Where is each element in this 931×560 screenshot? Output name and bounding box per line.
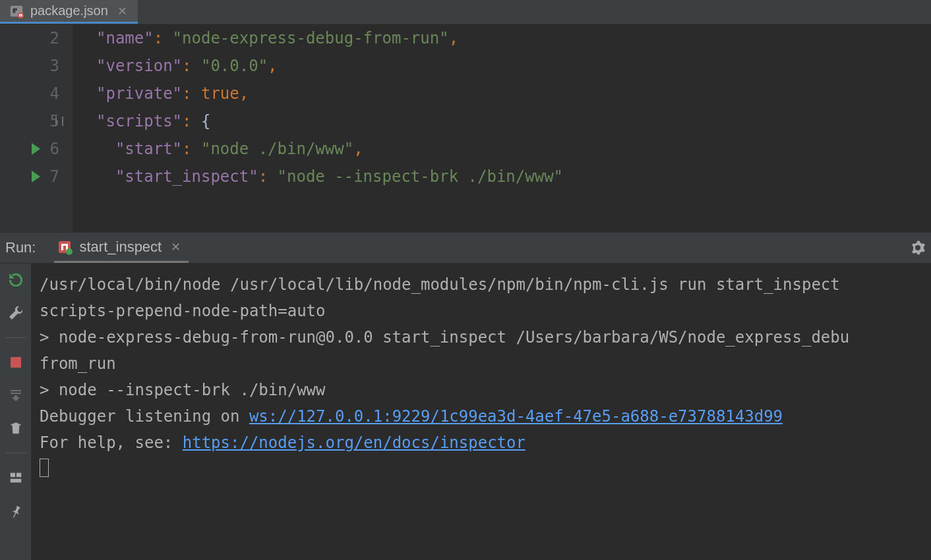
stop-button[interactable] (6, 352, 26, 372)
run-console[interactable]: /usr/local/bin/node /usr/local/lib/node_… (32, 264, 931, 560)
toolbar-separator (5, 337, 26, 338)
gear-icon[interactable] (910, 240, 926, 256)
layout-icon[interactable] (6, 468, 26, 488)
help-url-link[interactable]: https://nodejs.org/en/docs/inspector (183, 434, 526, 452)
gutter-line[interactable]: 7 (0, 163, 59, 190)
gutter-line[interactable]: 6 (0, 135, 59, 163)
console-line: For help, see: https://nodejs.org/en/doc… (40, 430, 931, 456)
run-toolbar (0, 264, 32, 560)
close-icon[interactable]: ✕ (168, 240, 181, 254)
pin-icon[interactable] (6, 501, 26, 520)
code-editor[interactable]: 234567 "name": "node-express-debug-from-… (0, 24, 931, 232)
console-cursor-line (40, 456, 931, 482)
gutter-line[interactable]: 5 (0, 107, 59, 135)
gutter-line[interactable]: 4 (0, 80, 59, 107)
gutter-line[interactable]: 2 (0, 24, 59, 52)
editor-code-area[interactable]: "name": "node-express-debug-from-run","v… (73, 24, 563, 232)
svg-point-1 (18, 12, 24, 18)
svg-rect-4 (11, 357, 21, 368)
run-config-tab-label: start_inspect (79, 238, 162, 256)
svg-rect-6 (16, 473, 20, 477)
run-panel: /usr/local/bin/node /usr/local/lib/node_… (0, 264, 931, 560)
code-line[interactable]: "version": "0.0.0", (96, 52, 563, 80)
gutter-line[interactable]: 3 (0, 52, 59, 80)
run-gutter-icon[interactable] (32, 171, 40, 182)
editor-gutter[interactable]: 234567 (0, 24, 73, 232)
editor-tab-package-json[interactable]: package.json ✕ (0, 0, 138, 24)
editor-tab-label: package.json (30, 3, 108, 18)
svg-rect-7 (10, 479, 21, 483)
scroll-to-end-icon[interactable] (6, 385, 26, 405)
rerun-button[interactable] (6, 270, 26, 290)
code-line[interactable]: "start_inspect": "node --inspect-brk ./b… (96, 163, 563, 190)
run-panel-title: Run: (5, 239, 36, 256)
console-line: from_run (40, 350, 931, 377)
run-gutter-icon[interactable] (32, 143, 40, 155)
code-line[interactable]: "name": "node-express-debug-from-run", (96, 24, 563, 52)
editor-tab-bar: package.json ✕ (0, 0, 931, 24)
console-line: > node --inspect-brk ./bin/www (40, 377, 931, 403)
run-config-tab[interactable]: start_inspect ✕ (54, 233, 189, 263)
close-icon[interactable]: ✕ (115, 4, 127, 18)
npm-run-icon (57, 239, 73, 255)
toolbar-separator (5, 453, 26, 453)
fold-icon[interactable] (55, 117, 63, 126)
code-line[interactable]: "private": true, (96, 80, 563, 107)
wrench-icon[interactable] (6, 303, 26, 323)
console-line: /usr/local/bin/node /usr/local/lib/node_… (40, 271, 931, 298)
console-line: scripts-prepend-node-path=auto (40, 298, 931, 324)
console-line: > node-express-debug-from-run@0.0.0 star… (40, 324, 931, 350)
console-line: Debugger listening on ws://127.0.0.1:922… (40, 403, 931, 430)
text-cursor (40, 459, 49, 477)
run-panel-header: Run: start_inspect ✕ (0, 232, 931, 264)
npm-package-icon (9, 4, 24, 18)
svg-rect-5 (10, 473, 15, 477)
trash-icon[interactable] (6, 418, 26, 438)
svg-point-3 (66, 248, 73, 255)
code-line[interactable]: "scripts": { (96, 107, 563, 135)
ws-url-link[interactable]: ws://127.0.0.1:9229/1c99ea3d-4aef-47e5-a… (249, 407, 783, 426)
code-line[interactable]: "start": "node ./bin/www", (96, 135, 563, 163)
